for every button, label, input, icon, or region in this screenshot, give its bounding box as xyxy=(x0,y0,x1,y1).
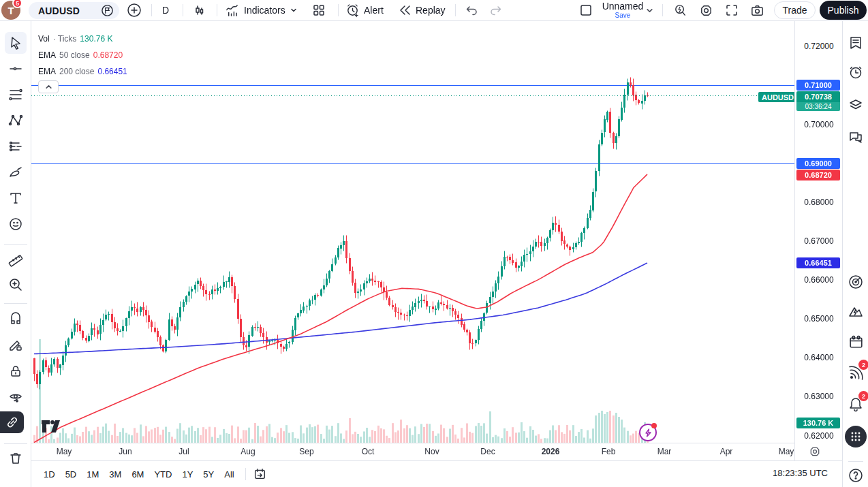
time-tick-label: Sep xyxy=(299,447,313,456)
alert-button[interactable]: Alert xyxy=(345,0,384,20)
flag-symbol-icon[interactable] xyxy=(101,4,114,17)
watchlist-icon xyxy=(848,35,864,51)
text-tool[interactable] xyxy=(5,187,27,209)
range-buttons: 1D5D1M3M6MYTD1Y5YAll xyxy=(40,467,241,482)
lock-all-drawings[interactable] xyxy=(5,360,27,382)
time-tick-label: 2026 xyxy=(542,447,560,456)
price-line-symbol-tag[interactable]: AUDUSD xyxy=(758,92,794,102)
measure-tool[interactable] xyxy=(5,248,27,270)
calendar-button[interactable] xyxy=(846,332,866,352)
ideas-button[interactable] xyxy=(846,302,866,322)
fullscreen-button[interactable] xyxy=(725,0,739,20)
legend-row[interactable]: EMA200 close0.66451 xyxy=(38,63,127,80)
drawing-mode-toggle[interactable] xyxy=(5,334,27,356)
notifications-button[interactable]: 2 xyxy=(846,394,866,415)
emoji-tool[interactable] xyxy=(5,213,27,235)
quick-search-button[interactable] xyxy=(673,0,687,20)
chart-type-button[interactable] xyxy=(192,0,207,20)
divider xyxy=(217,4,217,16)
range-button-5d[interactable]: 5D xyxy=(61,467,81,482)
layout-name: Unnamed xyxy=(598,1,647,12)
clock-utc[interactable]: 18:23:35 UTC xyxy=(773,468,828,478)
layout-menu-chevron[interactable] xyxy=(646,0,653,20)
price-tick-label: 0.67000 xyxy=(795,236,843,247)
range-button-6m[interactable]: 6M xyxy=(127,467,148,482)
chevron-up-icon xyxy=(45,83,52,91)
replay-button[interactable]: Replay xyxy=(398,0,446,20)
range-button-1d[interactable]: 1D xyxy=(40,467,59,482)
fib-retracement-icon xyxy=(7,87,24,103)
divider xyxy=(151,4,152,16)
layout-button[interactable] xyxy=(579,0,593,20)
time-tick-label: May xyxy=(57,447,72,456)
legend-value: 130.76 K xyxy=(80,31,112,47)
live-dot xyxy=(651,423,657,428)
axis-settings-button[interactable] xyxy=(809,445,821,460)
help-button[interactable] xyxy=(846,465,866,486)
time-tick-label: Jul xyxy=(179,447,189,456)
zoom-in-icon xyxy=(7,277,24,293)
object-tree-button[interactable] xyxy=(846,95,866,115)
snapshot-button[interactable] xyxy=(750,0,764,20)
streams-button[interactable]: 2 xyxy=(846,363,866,383)
price-badge: 0.68720 xyxy=(796,170,840,180)
range-button-5y[interactable]: 5Y xyxy=(199,467,218,482)
legend-collapse-button[interactable] xyxy=(38,80,59,93)
trend-line-tool[interactable] xyxy=(5,58,27,80)
hide-all-drawings[interactable] xyxy=(5,386,27,408)
range-button-all[interactable]: All xyxy=(220,467,238,482)
trade-button[interactable]: Trade xyxy=(774,1,816,19)
zoom-in-tool[interactable] xyxy=(5,274,27,296)
redo-button[interactable] xyxy=(489,0,503,20)
legend-title: Vol xyxy=(38,31,50,47)
time-scale[interactable]: MayJunJulAugSepOctNovDec2026FebMarAprMay xyxy=(31,443,794,460)
price-badge: 130.76 K xyxy=(796,418,840,428)
legend-row[interactable]: EMA50 close0.68720 xyxy=(38,47,127,63)
screener-button[interactable] xyxy=(846,272,866,292)
trash-icon xyxy=(7,450,24,467)
watchlist-panel-button[interactable] xyxy=(846,33,866,53)
apps-menu-button[interactable] xyxy=(845,426,867,447)
undo-button[interactable] xyxy=(465,0,478,20)
range-button-ytd[interactable]: YTD xyxy=(150,467,176,482)
sync-drawings-link[interactable] xyxy=(0,411,24,433)
chart-pane[interactable]: Vol· Ticks130.76 KEMA50 close0.68720EMA2… xyxy=(31,21,794,443)
undo-icon xyxy=(465,3,478,17)
remove-drawings[interactable] xyxy=(5,447,27,469)
last-price-badge: 0.70738 03:36:24 xyxy=(796,91,840,111)
camera-icon xyxy=(750,3,764,18)
price-tick-label: 0.62000 xyxy=(795,430,843,441)
range-button-1y[interactable]: 1Y xyxy=(178,467,197,482)
redo-icon xyxy=(489,3,503,17)
indicator-templates-button[interactable] xyxy=(312,0,326,20)
cursor-tool[interactable] xyxy=(5,32,27,54)
time-tick-label: Mar xyxy=(657,447,672,456)
legend-params: 50 close xyxy=(59,47,90,63)
legend-row[interactable]: Vol· Ticks130.76 K xyxy=(38,31,127,47)
question-icon xyxy=(847,467,865,484)
fib-retracement-tool[interactable] xyxy=(5,84,27,106)
save-layout-button[interactable]: Unnamed Save xyxy=(598,1,647,19)
indicators-label: Indicators xyxy=(244,5,285,16)
alerts-panel-button[interactable] xyxy=(846,63,866,83)
symbol-search-field[interactable]: AUDUSD xyxy=(29,2,119,19)
go-to-date-button[interactable] xyxy=(253,467,266,481)
magnet-mode[interactable] xyxy=(5,309,27,330)
interval-button[interactable]: D xyxy=(162,0,169,20)
publish-button[interactable]: Publish xyxy=(820,1,867,20)
pattern-tool[interactable] xyxy=(5,110,27,131)
indicators-button[interactable]: Indicators xyxy=(225,0,297,20)
chat-panel-button[interactable] xyxy=(846,127,866,147)
forecast-tool[interactable] xyxy=(5,136,27,157)
range-button-3m[interactable]: 3M xyxy=(105,467,125,482)
range-button-1m[interactable]: 1M xyxy=(82,467,103,482)
publish-label: Publish xyxy=(828,5,859,16)
settings-button[interactable] xyxy=(699,0,713,20)
price-scale[interactable]: 0.70738 03:36:24 0.720000.700000.680000.… xyxy=(794,21,842,460)
add-symbol-button[interactable] xyxy=(127,0,142,20)
chart-canvas[interactable] xyxy=(31,21,794,443)
lightning-quick-action[interactable] xyxy=(639,424,657,441)
pencil-lock-icon xyxy=(7,337,24,354)
legend-params: 200 close xyxy=(59,63,94,80)
brush-tool[interactable] xyxy=(5,161,27,183)
